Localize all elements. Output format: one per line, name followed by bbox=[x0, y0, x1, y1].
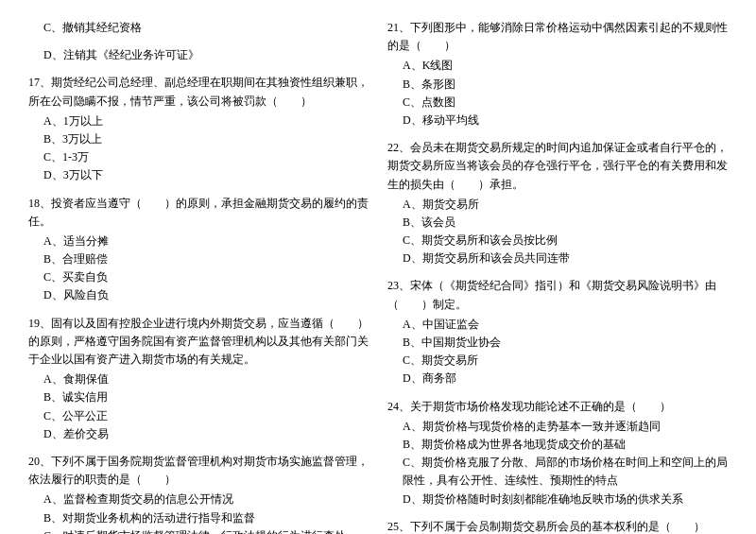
q22-opt-b: B、该会员 bbox=[387, 214, 728, 232]
question-21: 21、下列图形中，能够消除日常价格运动中偶然因素引起的不规则性的是（ ） A、K… bbox=[387, 19, 728, 129]
q17-opt-a: A、1万以上 bbox=[28, 112, 369, 130]
q21-opt-d: D、移动平均线 bbox=[387, 112, 728, 129]
q18-opt-c: C、买卖自负 bbox=[28, 268, 369, 286]
q23-opt-b: B、中国期货业协会 bbox=[387, 334, 728, 352]
question-17: 17、期货经纪公司总经理、副总经理在职期间在其独资性组织兼职，所在公司隐瞒不报，… bbox=[28, 74, 369, 184]
q18-opt-b: B、合理赔偿 bbox=[28, 250, 369, 268]
question-19: 19、固有以及固有控股企业进行境内外期货交易，应当遵循（ ）的原则，严格遵守国务… bbox=[28, 315, 369, 443]
q22-title: 22、会员未在期货交易所规定的时间内追加保证金或者自行平仓的，期货交易所应当将该… bbox=[387, 139, 728, 194]
q23-opt-a: A、中国证监会 bbox=[387, 316, 728, 334]
q19-opt-c: C、公平公正 bbox=[28, 407, 369, 425]
q17-title: 17、期货经纪公司总经理、副总经理在职期间在其独资性组织兼职，所在公司隐瞒不报，… bbox=[28, 74, 369, 110]
option-c-block: C、撤销其经纪资格 bbox=[28, 19, 369, 37]
q18-title: 18、投资者应当遵守（ ）的原则，承担金融期货交易的履约的责任。 bbox=[28, 195, 369, 231]
q24-opt-a: A、期货价格与现货价格的走势基本一致并逐渐趋同 bbox=[387, 418, 728, 436]
left-column: C、撤销其经纪资格 D、注销其《经纪业务许可证》 17、期货经纪公司总经理、副总… bbox=[28, 19, 369, 534]
q24-opt-d: D、期货价格随时时刻刻都能准确地反映市场的供求关系 bbox=[387, 491, 728, 508]
question-24: 24、关于期货市场价格发现功能论述不正确的是（ ） A、期货价格与现货价格的走势… bbox=[387, 398, 728, 508]
q19-opt-d: D、差价交易 bbox=[28, 425, 369, 443]
question-18: 18、投资者应当遵守（ ）的原则，承担金融期货交易的履约的责任。 A、适当分摊 … bbox=[28, 195, 369, 305]
option-d-block: D、注销其《经纪业务许可证》 bbox=[28, 46, 369, 64]
right-column: 21、下列图形中，能够消除日常价格运动中偶然因素引起的不规则性的是（ ） A、K… bbox=[387, 19, 728, 534]
question-23: 23、宋体（《期货经纪合同》指引）和《期货交易风险说明书》由（ ）制定。 A、中… bbox=[387, 277, 728, 388]
q20-title: 20、下列不属于国务院期货监督管理机构对期货市场实施监督管理，依法履行的职责的是… bbox=[28, 453, 369, 489]
option-d: D、注销其《经纪业务许可证》 bbox=[28, 46, 369, 64]
q17-opt-c: C、1-3万 bbox=[28, 148, 369, 166]
q20-opt-b: B、对期货业务机构的活动进行指导和监督 bbox=[28, 509, 369, 527]
q23-opt-d: D、商务部 bbox=[387, 370, 728, 388]
q24-title: 24、关于期货市场价格发现功能论述不正确的是（ ） bbox=[387, 398, 728, 416]
option-c: C、撤销其经纪资格 bbox=[28, 19, 369, 37]
q24-opt-c: C、期货价格克服了分散、局部的市场价格在时间上和空间上的局限性，具有公开性、连续… bbox=[387, 454, 728, 490]
q20-opt-c: C、对违反期货市场监督管理法律、行政法规的行为进行查处 bbox=[28, 527, 369, 534]
question-22: 22、会员未在期货交易所规定的时间内追加保证金或者自行平仓的，期货交易所应当将该… bbox=[387, 139, 728, 267]
q23-opt-c: C、期货交易所 bbox=[387, 352, 728, 370]
q21-title: 21、下列图形中，能够消除日常价格运动中偶然因素引起的不规则性的是（ ） bbox=[387, 19, 728, 55]
q17-opt-b: B、3万以上 bbox=[28, 130, 369, 148]
q21-opt-c: C、点数图 bbox=[387, 94, 728, 112]
q19-opt-b: B、诚实信用 bbox=[28, 388, 369, 406]
q17-opt-d: D、3万以下 bbox=[28, 166, 369, 184]
q19-opt-a: A、食期保值 bbox=[28, 370, 369, 388]
q21-opt-a: A、K线图 bbox=[387, 57, 728, 75]
q23-title: 23、宋体（《期货经纪合同》指引）和《期货交易风险说明书》由（ ）制定。 bbox=[387, 277, 728, 313]
q22-opt-a: A、期货交易所 bbox=[387, 196, 728, 214]
q19-title: 19、固有以及固有控股企业进行境内外期货交易，应当遵循（ ）的原则，严格遵守国务… bbox=[28, 315, 369, 370]
question-20: 20、下列不属于国务院期货监督管理机构对期货市场实施监督管理，依法履行的职责的是… bbox=[28, 453, 369, 534]
q18-opt-d: D、风险自负 bbox=[28, 286, 369, 304]
q18-opt-a: A、适当分摊 bbox=[28, 233, 369, 250]
q22-opt-d: D、期货交易所和该会员共同连带 bbox=[387, 250, 728, 267]
q24-opt-b: B、期货价格成为世界各地现货成交价的基础 bbox=[387, 436, 728, 454]
q21-opt-b: B、条形图 bbox=[387, 76, 728, 94]
question-25: 25、下列不属于会员制期货交易所会员的基本权利的是（ ） A、设计期货合约 B、… bbox=[387, 518, 728, 534]
q20-opt-a: A、监督检查期货交易的信息公开情况 bbox=[28, 491, 369, 508]
q25-title: 25、下列不属于会员制期货交易所会员的基本权利的是（ ） bbox=[387, 518, 728, 534]
q22-opt-c: C、期货交易所和该会员按比例 bbox=[387, 232, 728, 250]
page-container: C、撤销其经纪资格 D、注销其《经纪业务许可证》 17、期货经纪公司总经理、副总… bbox=[28, 19, 728, 534]
